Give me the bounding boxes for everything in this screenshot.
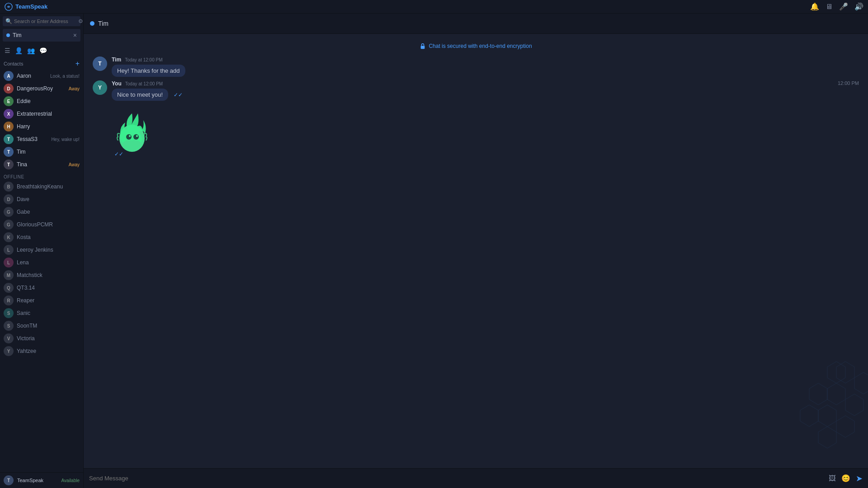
message-text-1: Hey! Thanks for the add	[117, 67, 180, 74]
microphone-icon[interactable]: 🎤	[839, 2, 848, 11]
contact-item[interactable]: V Victoria	[0, 332, 83, 345]
contact-status: Look, a status!	[50, 74, 80, 79]
contact-item[interactable]: A Aaron Look, a status!	[0, 70, 83, 82]
message-meta-2: You Today at 12:00 PM	[112, 80, 183, 87]
message-timestamp-right: 12:00 PM	[838, 80, 859, 86]
sticker-flame-ghost	[112, 104, 152, 154]
contact-item[interactable]: B BreathtakingKeanu	[0, 180, 83, 193]
contact-item[interactable]: K Kosta	[0, 231, 83, 244]
message-time-1: Today at 12:00 PM	[125, 57, 162, 62]
contact-avatar: L	[4, 258, 14, 267]
user-avatar-initial: T	[7, 478, 10, 483]
chat-header-name: Tim	[98, 20, 108, 27]
contact-avatar: G	[4, 207, 14, 217]
message-avatar-you: Y	[93, 80, 107, 95]
contact-item[interactable]: T Tina Away	[0, 158, 83, 171]
contact-item[interactable]: S SoonTM	[0, 319, 83, 332]
server-icon[interactable]: 🖥	[826, 3, 833, 11]
settings-icon[interactable]: ⚙	[78, 18, 83, 24]
contact-item[interactable]: D Dave	[0, 193, 83, 206]
contact-item[interactable]: M Matchstick	[0, 269, 83, 282]
contact-name: Victoria	[17, 335, 80, 342]
contact-avatar: H	[4, 122, 14, 131]
chat-header: Tim	[84, 14, 868, 34]
active-chat-tab[interactable]: Tim ×	[3, 29, 80, 42]
contact-avatar: Y	[4, 346, 14, 356]
contact-item[interactable]: T Tim	[0, 145, 83, 158]
search-input[interactable]	[14, 19, 76, 24]
contact-name: Tim	[17, 149, 80, 155]
emoji-icon[interactable]: 😊	[841, 474, 850, 483]
chat-messages: Chat is secured with end-to-end encrypti…	[84, 34, 868, 468]
chat-input-bar: 🖼 😊 ➤	[84, 468, 868, 488]
contacts-icon[interactable]: 👤	[14, 46, 24, 55]
image-icon[interactable]: 🖼	[829, 474, 836, 483]
chat-icon[interactable]: 💬	[38, 46, 48, 55]
group-icon[interactable]: 👥	[26, 46, 36, 55]
svg-rect-1	[421, 46, 425, 49]
message-content-1: Tim Today at 12:00 PM Hey! Thanks for th…	[112, 56, 185, 77]
logo-icon	[5, 3, 13, 11]
contact-item[interactable]: L Leeroy Jenkins	[0, 244, 83, 256]
contact-item[interactable]: L Lena	[0, 256, 83, 269]
message-row-2: Y You Today at 12:00 PM Nice to meet you…	[93, 80, 183, 101]
contact-avatar: M	[4, 270, 14, 280]
message-time-2: Today at 12:00 PM	[125, 81, 163, 86]
contact-name: BreathtakingKeanu	[17, 183, 80, 190]
contact-name: Leeroy Jenkins	[17, 247, 80, 253]
contact-avatar: D	[4, 84, 14, 94]
contact-name: QT3.14	[17, 285, 80, 291]
contact-item[interactable]: X Extraterrestrial	[0, 108, 83, 120]
add-contact-button[interactable]: +	[75, 60, 80, 68]
send-button[interactable]: ➤	[856, 474, 863, 483]
message-row-1: T Tim Today at 12:00 PM Hey! Thanks for …	[93, 56, 185, 77]
notification-icon[interactable]: 🔔	[810, 2, 819, 11]
double-check-icon-1: ✓✓	[174, 92, 183, 98]
contacts-header: Contacts +	[0, 58, 83, 70]
active-chat-name: Tim	[13, 32, 71, 38]
close-chat-button[interactable]: ×	[73, 32, 77, 39]
sticker-container: ✓✓	[112, 104, 859, 157]
offline-section-label: Offline	[0, 171, 83, 180]
contact-item[interactable]: R Reaper	[0, 294, 83, 307]
message-input[interactable]	[89, 475, 824, 482]
contact-item[interactable]: D DangerousRoy Away	[0, 82, 83, 95]
contacts-label: Contacts	[4, 61, 23, 66]
lock-icon	[420, 43, 426, 49]
message-sender-1: Tim	[112, 56, 121, 63]
message-bubble-1: Hey! Thanks for the add	[112, 65, 185, 77]
contact-item[interactable]: Y Yahtzee	[0, 345, 83, 357]
contact-avatar: X	[4, 109, 14, 119]
contact-avatar: E	[4, 96, 14, 106]
contact-name: GloriousPCMR	[17, 221, 80, 228]
contact-avatar: D	[4, 194, 14, 204]
active-chat-dot	[6, 33, 10, 37]
message-content-2: You Today at 12:00 PM Nice to meet you! …	[112, 80, 183, 101]
user-status: Available	[61, 478, 80, 483]
search-bar[interactable]: 🔍 ⚙	[3, 16, 80, 26]
contact-item[interactable]: G GloriousPCMR	[0, 218, 83, 231]
contact-name: Yahtzee	[17, 348, 80, 354]
top-bar-icons: 🔔 🖥 🎤 🔊	[810, 2, 863, 11]
contact-name: Sanic	[17, 310, 80, 316]
chat-input-icons: 🖼 😊 ➤	[829, 474, 863, 483]
sidebar: 🔍 ⚙ Tim × ☰ 👤 👥 💬 Contacts + A Aaron	[0, 14, 84, 488]
contact-item[interactable]: G Gabe	[0, 206, 83, 218]
contact-item[interactable]: H Harry	[0, 120, 83, 133]
list-view-icon[interactable]: ☰	[4, 46, 11, 55]
contact-item[interactable]: T TessaS3 Hey, wake up!	[0, 133, 83, 145]
contact-avatar: S	[4, 308, 14, 318]
contact-item[interactable]: E Eddie	[0, 95, 83, 108]
top-bar: TeamSpeak 🔔 🖥 🎤 🔊	[0, 0, 868, 14]
contact-avatar: K	[4, 232, 14, 242]
speaker-icon[interactable]: 🔊	[854, 2, 863, 11]
contact-item[interactable]: S Sanic	[0, 307, 83, 319]
svg-point-5	[129, 135, 131, 137]
contact-item[interactable]: Q QT3.14	[0, 282, 83, 294]
app-logo: TeamSpeak	[5, 3, 47, 11]
message-avatar-tim: T	[93, 56, 107, 71]
search-icon: 🔍	[5, 18, 12, 24]
contact-avatar: A	[4, 71, 14, 81]
main-layout: 🔍 ⚙ Tim × ☰ 👤 👥 💬 Contacts + A Aaron	[0, 14, 868, 488]
contact-name: DangerousRoy	[17, 85, 66, 92]
